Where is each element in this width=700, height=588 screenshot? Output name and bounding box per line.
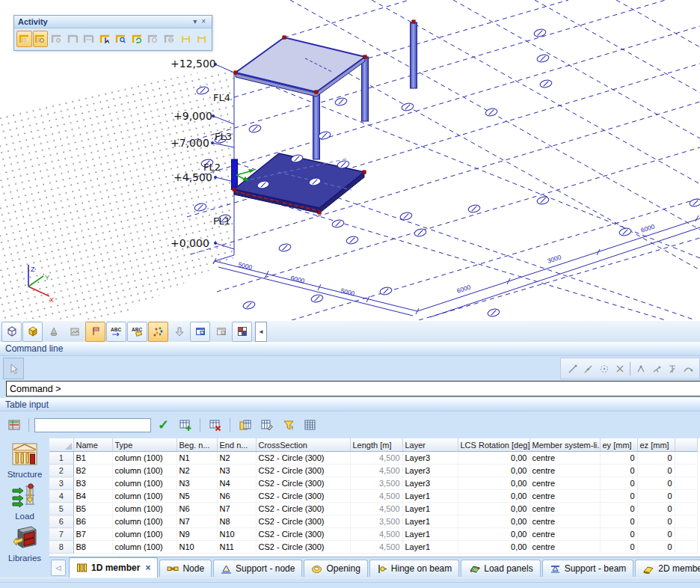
table-row[interactable]: 6 B6 column (100) N7 N8 CS2 - Circle (30… xyxy=(49,515,697,528)
cell-beg-node[interactable]: N6 xyxy=(176,503,217,515)
cell-layer[interactable]: Layer1 xyxy=(402,528,458,541)
cell-type[interactable]: column (100) xyxy=(112,503,176,515)
cell-length[interactable]: 4,500 xyxy=(350,490,402,503)
sidebar-item-libraries[interactable]: Libraries xyxy=(2,524,47,563)
cell-ey[interactable]: 0 xyxy=(600,541,637,554)
window-settings-button[interactable] xyxy=(211,322,231,342)
corner-cell[interactable] xyxy=(49,438,73,452)
cell-member-system[interactable]: centre xyxy=(529,541,600,554)
load-display-button[interactable] xyxy=(169,322,189,342)
cell-name[interactable]: B1 xyxy=(73,452,112,465)
cell-ez[interactable]: 0 xyxy=(637,477,675,490)
cell-name[interactable]: B6 xyxy=(73,515,112,528)
cell-end-node[interactable]: N7 xyxy=(217,503,256,515)
cell-beg-node[interactable]: N3 xyxy=(176,477,217,490)
cell-layer[interactable]: Layer3 xyxy=(402,452,458,465)
cell-cross-section[interactable]: CS2 - Circle (300) xyxy=(256,490,350,503)
column-selected[interactable] xyxy=(232,159,238,189)
member-labels-button[interactable] xyxy=(85,322,105,342)
tab-1d-member[interactable]: 1D member × xyxy=(69,557,158,578)
snap-line-icon[interactable] xyxy=(565,361,580,377)
cell-name[interactable]: B3 xyxy=(73,477,112,490)
cell-cross-section[interactable]: CS2 - Circle (300) xyxy=(256,452,350,465)
cell-length[interactable]: 4,500 xyxy=(350,503,402,515)
cell-type[interactable]: column (100) xyxy=(112,528,176,541)
cell-member-system[interactable]: centre xyxy=(529,515,600,528)
table-delete-icon[interactable] xyxy=(206,416,224,435)
table-row[interactable]: 5 B5 column (100) N6 N7 CS2 - Circle (30… xyxy=(49,503,697,515)
row-number[interactable]: 6 xyxy=(49,515,73,528)
cell-beg-node[interactable]: N5 xyxy=(176,490,217,503)
raster-grid-button[interactable] xyxy=(232,322,252,342)
text-erase-button[interactable]: ABC xyxy=(127,322,147,342)
cell-beg-node[interactable]: N1 xyxy=(176,452,217,465)
new-window-button[interactable] xyxy=(190,322,210,342)
col-lcs-rotation[interactable]: LCS Rotation [deg] xyxy=(458,438,529,452)
tab-close-icon[interactable]: × xyxy=(145,563,150,573)
cell-ey[interactable]: 0 xyxy=(600,477,637,490)
cell-ey[interactable]: 0 xyxy=(600,503,637,515)
cell-ez[interactable]: 0 xyxy=(637,515,675,528)
tab-support-beam[interactable]: Support - beam xyxy=(542,560,634,577)
cell-lcs-rotation[interactable]: 0,00 xyxy=(458,528,529,541)
cell-lcs-rotation[interactable]: 0,00 xyxy=(458,452,529,465)
table-row[interactable]: 8 B8 column (100) N10 N11 CS2 - Circle (… xyxy=(49,541,697,554)
col-name[interactable]: Name xyxy=(73,438,112,452)
cell-end-node[interactable]: N2 xyxy=(217,452,256,465)
cell-lcs-rotation[interactable]: 0,00 xyxy=(458,503,529,515)
cell-ey[interactable]: 0 xyxy=(600,490,637,503)
text-parameters-button[interactable]: ABC xyxy=(106,322,126,342)
column-upper-1[interactable] xyxy=(313,92,320,159)
snap-circle-icon[interactable] xyxy=(596,361,612,377)
filter-funnel-icon[interactable] xyxy=(279,416,298,435)
cell-layer[interactable]: Layer1 xyxy=(402,515,458,528)
cell-member-system[interactable]: centre xyxy=(529,490,600,503)
cell-name[interactable]: B8 xyxy=(73,541,112,554)
row-number[interactable]: 4 xyxy=(49,490,73,503)
table-row[interactable]: 2 B2 column (100) N2 N3 CS2 - Circle (30… xyxy=(49,465,697,477)
row-number[interactable]: 8 xyxy=(49,541,73,554)
snap-edge-icon[interactable] xyxy=(648,361,664,377)
snap-perpendicular-icon[interactable] xyxy=(664,361,680,377)
cell-end-node[interactable]: N6 xyxy=(217,490,256,503)
cell-type[interactable]: column (100) xyxy=(112,515,176,528)
cell-beg-node[interactable]: N10 xyxy=(176,541,217,554)
cell-end-node[interactable]: N4 xyxy=(217,477,256,490)
snap-midpoint-icon[interactable] xyxy=(580,361,596,377)
cell-layer[interactable]: Layer3 xyxy=(402,465,458,477)
cell-lcs-rotation[interactable]: 0,00 xyxy=(458,465,529,477)
cell-cross-section[interactable]: CS2 - Circle (300) xyxy=(256,515,350,528)
table-row[interactable]: 3 B3 column (100) N3 N4 CS2 - Circle (30… xyxy=(49,477,697,490)
cell-ey[interactable]: 0 xyxy=(600,528,637,541)
activity-next-button[interactable] xyxy=(162,31,177,47)
tab-2d-member[interactable]: 2D member xyxy=(635,560,700,577)
tab-load-panels[interactable]: Load panels xyxy=(461,560,540,577)
cell-end-node[interactable]: N8 xyxy=(217,515,256,528)
rendered-image-button[interactable] xyxy=(64,322,85,342)
row-number[interactable]: 2 xyxy=(49,465,73,477)
table-lock-icon[interactable] xyxy=(236,416,254,435)
slab-roof[interactable] xyxy=(236,37,365,97)
cell-name[interactable]: B4 xyxy=(73,490,112,503)
column-upper-3[interactable] xyxy=(411,22,417,88)
snap-vertex-icon[interactable] xyxy=(633,361,648,377)
activity-titlebar[interactable]: Activity ▾ × xyxy=(14,16,212,28)
snap-delete-icon[interactable] xyxy=(612,361,627,377)
cell-end-node[interactable]: N10 xyxy=(217,528,256,541)
row-number[interactable]: 7 xyxy=(49,528,73,541)
cell-length[interactable]: 4,500 xyxy=(350,541,402,554)
cell-cross-section[interactable]: CS2 - Circle (300) xyxy=(256,503,350,515)
cell-name[interactable]: B7 xyxy=(73,528,112,541)
cell-cross-section[interactable]: CS2 - Circle (300) xyxy=(256,477,350,490)
cell-ez[interactable]: 0 xyxy=(637,528,675,541)
table-filter-input[interactable] xyxy=(34,418,151,432)
cell-length[interactable]: 4,500 xyxy=(350,465,402,477)
cell-ez[interactable]: 0 xyxy=(637,541,675,554)
tab-support-node[interactable]: Support - node xyxy=(213,560,302,577)
cell-lcs-rotation[interactable]: 0,00 xyxy=(458,541,529,554)
table-row[interactable]: 7 B7 column (100) N9 N10 CS2 - Circle (3… xyxy=(49,528,697,541)
solid-render-button[interactable] xyxy=(22,322,43,342)
sidebar-item-structure[interactable]: Structure xyxy=(2,441,47,480)
col-member-system[interactable]: Member system-li... xyxy=(529,438,600,452)
table-row[interactable]: 1 B1 column (100) N1 N2 CS2 - Circle (30… xyxy=(49,452,697,465)
